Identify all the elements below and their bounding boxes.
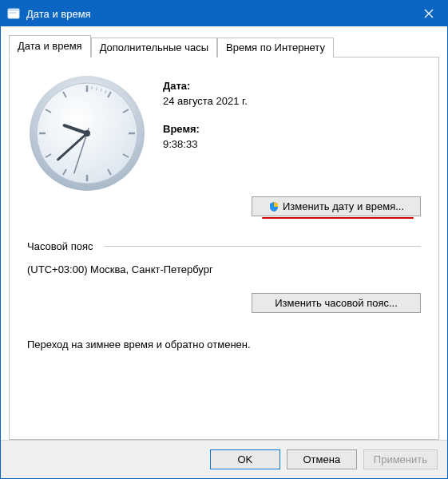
svg-rect-1 bbox=[8, 9, 19, 11]
tabstrip: Дата и время Дополнительные часы Время п… bbox=[9, 34, 439, 57]
tabpanel-datetime: Дата: 24 августа 2021 г. Время: 9:38:33 bbox=[9, 57, 439, 440]
change-date-time-button[interactable]: Изменить дату и время... bbox=[252, 196, 421, 216]
close-button[interactable] bbox=[410, 1, 447, 26]
window-title: Дата и время bbox=[26, 8, 410, 20]
content-area: Дата и время Дополнительные часы Время п… bbox=[1, 26, 447, 440]
change-timezone-label: Изменить часовой пояс... bbox=[275, 297, 398, 309]
svg-point-28 bbox=[84, 130, 90, 137]
app-icon bbox=[7, 7, 20, 20]
close-icon bbox=[424, 9, 434, 18]
shield-icon bbox=[268, 201, 280, 212]
date-value: 24 августа 2021 г. bbox=[163, 95, 248, 107]
dst-note: Переход на зимнее время и обратно отмене… bbox=[27, 338, 421, 350]
dialog-button-bar: OK Отмена Применить bbox=[1, 440, 447, 478]
tab-internet-time[interactable]: Время по Интернету bbox=[217, 38, 334, 57]
ok-button[interactable]: OK bbox=[210, 449, 280, 469]
time-label: Время: bbox=[163, 123, 248, 135]
tab-datetime[interactable]: Дата и время bbox=[9, 35, 91, 57]
cancel-button[interactable]: Отмена bbox=[287, 449, 357, 469]
timezone-label: Часовой пояс bbox=[27, 240, 93, 252]
timezone-value: (UTC+03:00) Москва, Санкт-Петербург bbox=[27, 263, 421, 275]
change-timezone-button[interactable]: Изменить часовой пояс... bbox=[252, 293, 421, 313]
change-date-time-label: Изменить дату и время... bbox=[283, 200, 404, 212]
tab-additional-clocks[interactable]: Дополнительные часы bbox=[91, 38, 217, 57]
titlebar: Дата и время bbox=[1, 1, 447, 26]
analog-clock bbox=[27, 73, 147, 193]
apply-button: Применить bbox=[363, 449, 438, 469]
timezone-divider bbox=[104, 246, 421, 247]
date-label: Дата: bbox=[163, 80, 248, 92]
time-value: 9:38:33 bbox=[163, 138, 248, 150]
